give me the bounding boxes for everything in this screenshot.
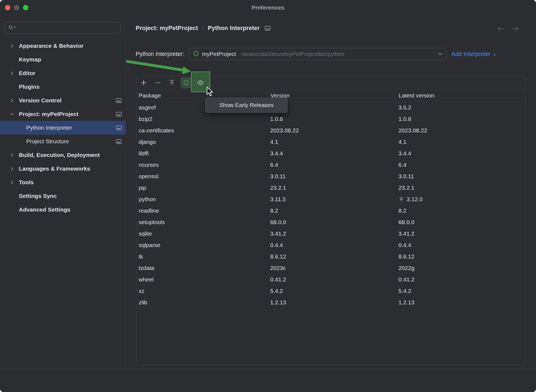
package-name: tzdata bbox=[136, 265, 266, 271]
package-version: 2023c bbox=[266, 265, 395, 271]
packages-panel: Package Version Latest version asgiref3.… bbox=[136, 76, 526, 365]
package-row-tk[interactable]: tk8.6.128.6.12 bbox=[136, 251, 526, 262]
forward-button[interactable] bbox=[511, 26, 519, 32]
chevron-right-icon[interactable] bbox=[10, 180, 19, 184]
package-row-sqlparse[interactable]: sqlparse0.4.40.4.4 bbox=[136, 239, 526, 251]
package-row-django[interactable]: django4.14.1 bbox=[136, 136, 526, 148]
zoom-window-button[interactable] bbox=[23, 5, 28, 10]
package-row-bzip2[interactable]: bzip21.0.81.0.8 bbox=[136, 113, 526, 125]
package-latest-version: 1.2.13 bbox=[395, 299, 526, 306]
sidebar-item-keymap[interactable]: Keymap bbox=[0, 53, 126, 66]
sidebar-item-build-execution-deployment[interactable]: Build, Execution, Deployment bbox=[0, 148, 126, 162]
package-row-ca-certificates[interactable]: ca-certificates2023.08.222023.08.22 bbox=[136, 125, 526, 136]
package-version: 4.1 bbox=[266, 139, 395, 145]
install-package-button[interactable] bbox=[138, 77, 149, 88]
package-row-setuptools[interactable]: setuptools68.0.068.0.0 bbox=[136, 216, 526, 228]
upgrade-package-button[interactable] bbox=[166, 77, 177, 88]
settings-search-input[interactable] bbox=[18, 25, 120, 31]
package-latest-version: 3.5.2 bbox=[395, 104, 526, 111]
sidebar-item-settings-sync[interactable]: Settings Sync bbox=[0, 189, 126, 203]
package-row-openssl[interactable]: openssl3.0.113.0.11 bbox=[136, 171, 526, 182]
add-interpreter-button[interactable]: Add Interpreter bbox=[451, 51, 496, 58]
history-nav bbox=[497, 26, 519, 32]
package-row-xz[interactable]: xz5.4.25.4.2 bbox=[136, 285, 526, 297]
package-latest-version: 4.1 bbox=[395, 139, 526, 145]
chevron-right-icon[interactable] bbox=[10, 44, 19, 48]
interpreter-path: ~/anaconda3/envs/myPetProject/bin/python bbox=[239, 51, 344, 57]
package-latest-version-text: 3.5.2 bbox=[398, 104, 411, 111]
package-row-pip[interactable]: pip23.2.123.2.1 bbox=[136, 182, 526, 194]
window-controls bbox=[5, 5, 28, 10]
sidebar-item-project-mypetproject[interactable]: Project: myPetProject bbox=[0, 107, 126, 121]
chevron-right-icon[interactable] bbox=[10, 153, 19, 157]
uninstall-package-button[interactable] bbox=[152, 77, 163, 88]
package-latest-version-text: 6.4 bbox=[398, 162, 406, 168]
sidebar-item-appearance-behavior[interactable]: Appearance & Behavior bbox=[0, 39, 126, 53]
package-name: xz bbox=[136, 288, 266, 294]
sidebar-item-advanced-settings[interactable]: Advanced Settings bbox=[0, 203, 126, 216]
package-latest-version-text: 0.41.2 bbox=[398, 276, 414, 283]
sidebar-item-project-structure[interactable]: Project Structure bbox=[0, 135, 126, 148]
package-latest-version-text: 2022g bbox=[398, 265, 414, 271]
interpreter-name: myPetProject bbox=[202, 51, 236, 57]
close-window-button[interactable] bbox=[5, 5, 10, 10]
package-version: 5.4.2 bbox=[266, 288, 395, 294]
package-name: openssl bbox=[136, 173, 266, 180]
package-row-sqlite[interactable]: sqlite3.41.23.41.2 bbox=[136, 228, 526, 239]
package-latest-version: 5.4.2 bbox=[395, 288, 526, 294]
sidebar-item-version-control[interactable]: Version Control bbox=[0, 94, 126, 107]
settings-sidebar: Appearance & BehaviorKeymapEditorPlugins… bbox=[0, 15, 126, 369]
package-latest-version: 2023.08.22 bbox=[395, 127, 526, 134]
package-row-asgiref[interactable]: asgiref3.5.2 bbox=[136, 102, 526, 113]
chevron-down-icon bbox=[438, 53, 442, 55]
sidebar-item-label: Advanced Settings bbox=[19, 206, 70, 213]
chevron-right-icon[interactable] bbox=[10, 167, 19, 171]
project-scope-icon bbox=[116, 139, 122, 144]
interpreter-label: Python Interpreter: bbox=[136, 51, 184, 58]
tooltip-text: Show Early Releases bbox=[219, 102, 274, 108]
sidebar-item-label: Tools bbox=[19, 179, 34, 186]
package-row-python[interactable]: python3.11.53.12.0 bbox=[136, 194, 526, 205]
package-name: sqlparse bbox=[136, 242, 266, 248]
project-scope-icon bbox=[116, 98, 122, 103]
chevron-down-icon[interactable] bbox=[10, 112, 19, 116]
sidebar-item-editor[interactable]: Editor bbox=[0, 66, 126, 80]
sidebar-item-languages-frameworks[interactable]: Languages & Frameworks bbox=[0, 162, 126, 176]
package-name: setuptools bbox=[136, 219, 266, 225]
package-row-tzdata[interactable]: tzdata2023c2022g bbox=[136, 262, 526, 274]
settings-search-field[interactable] bbox=[5, 22, 121, 34]
package-latest-version-text: 3.0.11 bbox=[398, 173, 414, 180]
package-latest-version-text: 1.2.13 bbox=[398, 299, 414, 306]
package-latest-version-text: 3.4.4 bbox=[398, 150, 411, 157]
sidebar-item-label: Version Control bbox=[19, 97, 61, 104]
sidebar-item-label: Languages & Frameworks bbox=[19, 165, 90, 172]
interpreter-select[interactable]: myPetProject ~/anaconda3/envs/myPetProje… bbox=[189, 48, 446, 60]
breadcrumb-item-project[interactable]: Project: myPetProject bbox=[136, 25, 198, 32]
conda-icon bbox=[193, 50, 199, 58]
package-version: 3.4.4 bbox=[266, 150, 395, 157]
package-latest-version: 3.41.2 bbox=[395, 230, 526, 237]
back-button[interactable] bbox=[497, 26, 504, 32]
package-row-wheel[interactable]: wheel0.41.20.41.2 bbox=[136, 274, 526, 285]
sidebar-item-python-interpreter[interactable]: Python Interpreter bbox=[0, 121, 126, 135]
breadcrumb-item-python-interpreter[interactable]: Python Interpreter bbox=[208, 25, 260, 32]
minimize-window-button[interactable] bbox=[14, 5, 19, 10]
package-row-libffi[interactable]: libffi3.4.43.4.4 bbox=[136, 148, 526, 159]
package-name: python bbox=[136, 196, 266, 203]
package-row-zlib[interactable]: zlib1.2.131.2.13 bbox=[136, 297, 526, 308]
project-scope-icon bbox=[116, 112, 122, 117]
package-latest-version-text: 4.1 bbox=[398, 139, 406, 145]
package-row-ncurses[interactable]: ncurses6.46.4 bbox=[136, 159, 526, 171]
sidebar-item-plugins[interactable]: Plugins bbox=[0, 80, 126, 94]
package-latest-version: 0.41.2 bbox=[395, 276, 526, 283]
package-row-readline[interactable]: readline8.28.2 bbox=[136, 205, 526, 216]
chevron-right-icon[interactable] bbox=[10, 99, 19, 102]
chevron-right-icon[interactable] bbox=[10, 71, 19, 75]
column-header-latest-version[interactable]: Latest version bbox=[395, 89, 526, 102]
sidebar-item-tools[interactable]: Tools bbox=[0, 176, 126, 189]
package-latest-version: 2022g bbox=[395, 265, 526, 271]
conda-package-manager-toggle[interactable] bbox=[181, 77, 192, 88]
package-version: 8.6.12 bbox=[266, 253, 395, 260]
sidebar-item-label: Project Structure bbox=[26, 138, 69, 145]
package-name: wheel bbox=[136, 276, 266, 283]
